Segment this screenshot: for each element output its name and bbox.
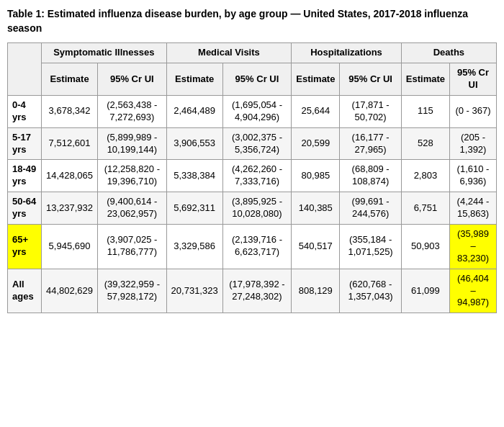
- symp-ci-cell: (39,322,959 - 57,928,172): [98, 269, 167, 313]
- death-ci-header: 95% CrUI: [450, 63, 497, 96]
- death-estimate-cell: 528: [401, 127, 449, 160]
- symp-estimate-cell: 7,512,601: [41, 127, 97, 160]
- death-estimate-cell: 2,803: [401, 160, 449, 192]
- death-ci-cell: (46,404– 94,987): [450, 269, 497, 313]
- med-ci-cell: (17,978,392 - 27,248,302): [222, 269, 292, 313]
- hosp-estimate-cell: 808,129: [292, 269, 340, 313]
- symp-estimate-cell: 5,945,690: [41, 224, 97, 269]
- table-row: 65+yrs5,945,690(3,907,025 - 11,786,777)3…: [8, 224, 497, 269]
- age-group-cell: 65+yrs: [8, 224, 42, 269]
- age-group-cell: 5-17 yrs: [8, 127, 42, 160]
- hosp-estimate-cell: 20,599: [292, 127, 340, 160]
- hosp-ci-cell: (99,691 - 244,576): [340, 192, 401, 225]
- death-estimate-cell: 115: [401, 95, 449, 127]
- med-ci-cell: (3,002,375 - 5,356,724): [222, 127, 292, 160]
- med-estimate-cell: 20,731,323: [166, 269, 222, 313]
- med-ci-header: 95% Cr UI: [222, 63, 292, 96]
- hosp-ci-cell: (355,184 - 1,071,525): [340, 224, 401, 269]
- death-estimate-header: Estimate: [401, 63, 449, 96]
- medical-visits-header: Medical Visits: [166, 43, 292, 63]
- med-ci-cell: (4,262,260 - 7,333,716): [222, 160, 292, 192]
- table-title: Table 1: Estimated influenza disease bur…: [7, 7, 497, 35]
- symp-ci-cell: (3,907,025 - 11,786,777): [98, 224, 167, 269]
- death-estimate-cell: 6,751: [401, 192, 449, 225]
- sub-header-row: Estimate 95% Cr UI Estimate 95% Cr UI Es…: [8, 63, 497, 96]
- hosp-ci-cell: (16,177 - 27,965): [340, 127, 401, 160]
- symp-estimate-cell: 44,802,629: [41, 269, 97, 313]
- symp-ci-cell: (9,400,614 - 23,062,957): [98, 192, 167, 225]
- med-ci-cell: (2,139,716 - 6,623,717): [222, 224, 292, 269]
- age-group-cell: 18-49 yrs: [8, 160, 42, 192]
- symp-ci-cell: (12,258,820 - 19,396,710): [98, 160, 167, 192]
- deaths-header: Deaths: [401, 43, 496, 63]
- med-estimate-cell: 5,338,384: [166, 160, 222, 192]
- med-estimate-cell: 5,692,311: [166, 192, 222, 225]
- med-ci-cell: (1,695,054 - 4,904,296): [222, 95, 292, 127]
- hosp-ci-header: 95% Cr UI: [340, 63, 401, 96]
- death-ci-cell: (1,610 - 6,936): [450, 160, 497, 192]
- hosp-ci-cell: (68,809 - 108,874): [340, 160, 401, 192]
- table-row: 5-17 yrs7,512,601(5,899,989 - 10,199,144…: [8, 127, 497, 160]
- hosp-estimate-cell: 540,517: [292, 224, 340, 269]
- column-group-row: Symptomatic Illnesses Medical Visits Hos…: [8, 43, 497, 63]
- age-group-cell: 0-4 yrs: [8, 95, 42, 127]
- hosp-ci-cell: (620,768 - 1,357,043): [340, 269, 401, 313]
- med-ci-cell: (3,895,925 - 10,028,080): [222, 192, 292, 225]
- med-estimate-header: Estimate: [166, 63, 222, 96]
- hospitalizations-header: Hospitalizations: [292, 43, 402, 63]
- age-group-cell: 50-64 yrs: [8, 192, 42, 225]
- hosp-estimate-cell: 140,385: [292, 192, 340, 225]
- med-estimate-cell: 2,464,489: [166, 95, 222, 127]
- hosp-estimate-header: Estimate: [292, 63, 340, 96]
- symp-ci-header: 95% Cr UI: [98, 63, 167, 96]
- table-row: All ages44,802,629(39,322,959 - 57,928,1…: [8, 269, 497, 313]
- hosp-ci-cell: (17,871 - 50,702): [340, 95, 401, 127]
- hosp-estimate-cell: 80,985: [292, 160, 340, 192]
- data-table: Symptomatic Illnesses Medical Visits Hos…: [7, 42, 497, 313]
- table-row: 0-4 yrs3,678,342(2,563,438 - 7,272,693)2…: [8, 95, 497, 127]
- table-row: 50-64 yrs13,237,932(9,400,614 - 23,062,9…: [8, 192, 497, 225]
- age-group-cell: All ages: [8, 269, 42, 313]
- med-estimate-cell: 3,906,553: [166, 127, 222, 160]
- symptomatic-illnesses-header: Symptomatic Illnesses: [41, 43, 166, 63]
- med-estimate-cell: 3,329,586: [166, 224, 222, 269]
- death-estimate-cell: 50,903: [401, 224, 449, 269]
- symp-ci-cell: (2,563,438 - 7,272,693): [98, 95, 167, 127]
- death-ci-cell: (205 - 1,392): [450, 127, 497, 160]
- death-ci-cell: (0 - 367): [450, 95, 497, 127]
- table-row: 18-49 yrs14,428,065(12,258,820 - 19,396,…: [8, 160, 497, 192]
- death-ci-cell: (4,244 - 15,863): [450, 192, 497, 225]
- symp-estimate-cell: 14,428,065: [41, 160, 97, 192]
- age-group-header-empty: [8, 43, 42, 96]
- symp-ci-cell: (5,899,989 - 10,199,144): [98, 127, 167, 160]
- death-ci-cell: (35,989– 83,230): [450, 224, 497, 269]
- symp-estimate-cell: 13,237,932: [41, 192, 97, 225]
- symp-estimate-header: Estimate: [41, 63, 97, 96]
- symp-estimate-cell: 3,678,342: [41, 95, 97, 127]
- death-estimate-cell: 61,099: [401, 269, 449, 313]
- hosp-estimate-cell: 25,644: [292, 95, 340, 127]
